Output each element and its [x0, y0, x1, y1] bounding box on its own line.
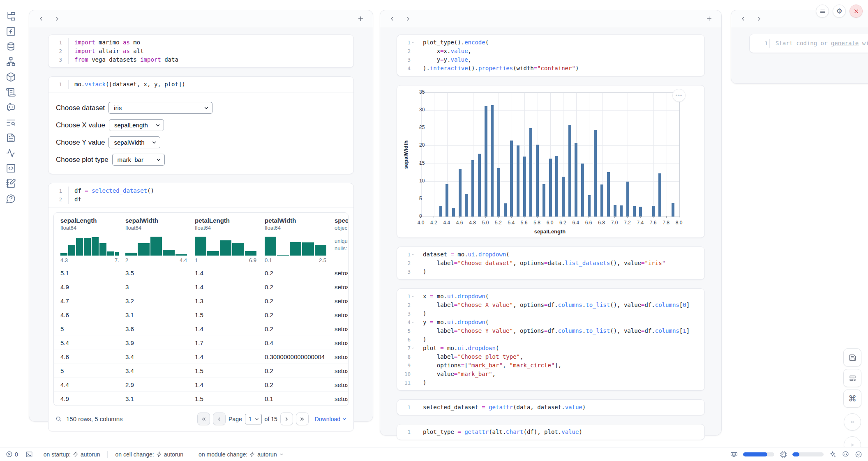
column-right-arrow[interactable]: [52, 14, 61, 23]
chart-bar: [575, 143, 577, 217]
gridline: [421, 128, 679, 128]
code-editor-plot-type[interactable]: 1plot_type = getattr(alt.Chart(df), plot…: [397, 424, 704, 440]
column-right-arrow[interactable]: [403, 14, 412, 23]
gridline: [421, 145, 679, 146]
line-number: 3: [397, 267, 417, 276]
file-explorer-icon[interactable]: [5, 11, 16, 21]
chart-bar: [626, 182, 629, 217]
select-value: sepalWidth: [114, 139, 144, 146]
table-row: 4.93.11.50.1setos: [54, 392, 348, 406]
search-icon[interactable]: [55, 415, 62, 422]
column-header-sepalLength[interactable]: sepalLengthfloat644.37.9: [54, 213, 119, 266]
ai-sparkles-button[interactable]: [829, 451, 836, 458]
stop-button[interactable]: [844, 413, 861, 431]
cell-empty-new: 1 Start coding or generate with: [749, 34, 868, 53]
terminal-button[interactable]: [25, 451, 33, 458]
table-cell: 0.3000000000000004: [258, 350, 328, 364]
chart-bar: [510, 141, 513, 217]
hist-bar: [107, 251, 114, 256]
keyboard-shortcuts-button[interactable]: ⌘: [843, 390, 861, 408]
code-snippets-icon[interactable]: [5, 163, 16, 173]
add-column-button[interactable]: [704, 14, 714, 23]
autorun-setting[interactable]: on cell change:autorun: [115, 451, 183, 458]
code-editor-df[interactable]: 1df = selected_dataset()2df: [48, 183, 353, 207]
line-number: 2: [48, 47, 69, 55]
code-editor-dataset[interactable]: 1dataset = mo.ui.dropdown(2 label="Choos…: [397, 247, 704, 279]
packages-icon[interactable]: [5, 71, 16, 82]
x-tick-label: 6.2: [559, 220, 566, 226]
setting-value: autorun: [257, 451, 277, 458]
documentation-icon[interactable]: [5, 132, 16, 143]
hist-max: 7.9: [115, 257, 119, 263]
control-label: Choose X value: [56, 121, 105, 129]
add-column-button[interactable]: [356, 14, 365, 23]
column-right-arrow[interactable]: [754, 14, 763, 23]
editor-placeholder[interactable]: Start coding or generate with: [770, 39, 868, 48]
dependency-graph-icon[interactable]: [5, 56, 16, 67]
generate-with-ai-link[interactable]: generate: [831, 40, 859, 46]
code-editor-vstack[interactable]: 1mo.vstack([dataset, x, y, plot]): [48, 77, 353, 92]
code-line: 6): [397, 335, 704, 344]
connection-status-icon: [855, 451, 862, 458]
code-text: options=["mark_bar", "mark_circle"],: [417, 361, 561, 370]
hist-bar: [302, 242, 314, 256]
layout-toggle-button[interactable]: [843, 369, 861, 387]
y-tick-mark: [419, 145, 421, 145]
page-select[interactable]: 1: [245, 414, 262, 424]
autorun-setting[interactable]: on module change:autorun: [199, 451, 284, 458]
scratchpad-icon[interactable]: [5, 178, 16, 189]
hist-range: 4.37.9: [60, 257, 119, 263]
autorun-setting[interactable]: on startup:autorun: [44, 451, 100, 458]
line-number: 8: [397, 353, 417, 361]
tracing-icon[interactable]: [5, 148, 16, 158]
hist-range: 0.12.5: [265, 257, 326, 263]
settings-button[interactable]: ⚙: [833, 5, 846, 18]
x-value-select[interactable]: sepalLength: [109, 119, 164, 131]
copilot-button[interactable]: [842, 450, 850, 458]
chart-bar: [633, 206, 636, 217]
table-cell: 4.6: [54, 350, 119, 364]
column-dtype: float64: [195, 225, 254, 231]
x-tick-label: 7.8: [663, 220, 669, 226]
y-tick-mark: [419, 216, 421, 217]
code-editor-encode[interactable]: 1plot_type().encode(2 x=x.value,3 y=y.va…: [397, 35, 704, 76]
plot-type-select[interactable]: mark_bar: [112, 154, 165, 166]
snippets-scroll-icon[interactable]: [5, 87, 16, 97]
code-editor-imports[interactable]: 1import marimo as mo2import altair as al…: [48, 35, 353, 67]
line-number: 10: [397, 370, 417, 378]
code-line: 1import marimo as mo: [48, 38, 353, 47]
column-left-arrow[interactable]: [37, 14, 46, 23]
code-editor-xyplot[interactable]: 1x = mo.ui.dropdown(2 label="Choose X va…: [397, 289, 704, 390]
close-button[interactable]: [850, 5, 863, 18]
y-value-select[interactable]: sepalWidth: [108, 136, 160, 148]
chart-menu-button[interactable]: •••: [672, 89, 686, 102]
first-page-button[interactable]: [197, 413, 210, 425]
save-button[interactable]: [843, 348, 861, 366]
menu-button[interactable]: [816, 5, 829, 18]
datasources-icon[interactable]: [5, 41, 16, 52]
bar-chart-plot-area[interactable]: [421, 92, 680, 217]
next-page-button[interactable]: [280, 413, 293, 425]
column-header-petalLength[interactable]: petalLengthfloat6416.9: [188, 213, 258, 266]
column-left-arrow[interactable]: [739, 14, 748, 23]
table-cell: 3.1: [119, 308, 188, 322]
code-line: 10 value="mark_bar",: [397, 370, 704, 378]
x-tick-mark: [666, 216, 667, 218]
prev-page-button[interactable]: [213, 413, 226, 425]
logs-icon[interactable]: [5, 117, 16, 128]
errors-indicator[interactable]: 0: [6, 451, 18, 458]
download-button[interactable]: Download: [315, 416, 347, 422]
last-page-button[interactable]: [296, 413, 309, 425]
column-header-sepalWidth[interactable]: sepalWidthfloat6424.4: [119, 213, 188, 266]
gridline: [421, 92, 679, 93]
x-tick-label: 7.6: [650, 220, 657, 226]
dataset-select[interactable]: iris: [108, 102, 212, 114]
fold-marker: [411, 253, 415, 256]
help-icon[interactable]: [5, 193, 16, 204]
helper-functions-icon[interactable]: [5, 26, 16, 37]
column-left-arrow[interactable]: [388, 14, 397, 23]
code-editor-selected-dataset[interactable]: 1selected_dataset = getattr(data, datase…: [397, 400, 704, 415]
ai-chat-icon[interactable]: [5, 102, 16, 113]
column-header-speci[interactable]: speciobjecuniqunulls:: [328, 213, 348, 266]
column-header-petalWidth[interactable]: petalWidthfloat640.12.5: [258, 213, 328, 266]
